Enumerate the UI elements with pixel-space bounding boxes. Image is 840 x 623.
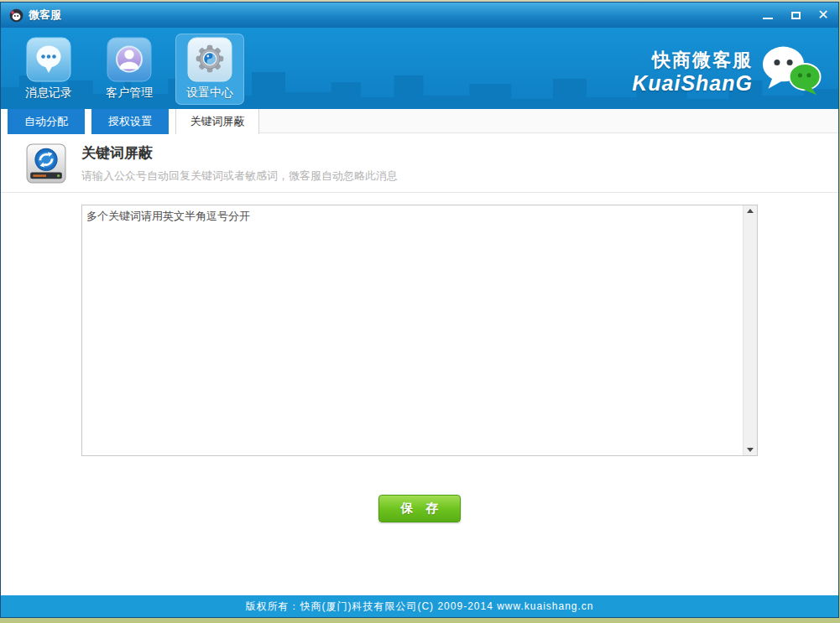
nav-label-settings-center: 设置中心 [175, 86, 244, 101]
settings-gear-icon [187, 37, 232, 82]
footer-copyright: 版权所有：快商(厦门)科技有限公司(C) 2009-2014 www.kuais… [1, 595, 838, 617]
scroll-down-icon[interactable] [747, 448, 754, 452]
window-controls: ✕ [761, 8, 830, 22]
maximize-button[interactable] [789, 8, 802, 22]
titlebar: 微客服 ✕ [1, 3, 838, 28]
close-button[interactable]: ✕ [817, 8, 830, 22]
wechat-bubbles-icon [761, 44, 822, 96]
tab-keyword-block[interactable]: 关键词屏蔽 [175, 109, 259, 134]
maximize-icon [791, 12, 801, 19]
tab-auto-assign[interactable]: 自动分配 [8, 109, 85, 134]
settings-tabs: 自动分配 授权设置 关键词屏蔽 [1, 109, 838, 134]
section-title: 关键词屏蔽 [81, 143, 398, 163]
window-title: 微客服 [29, 8, 61, 23]
brand-name-en: KuaiShanG [632, 73, 753, 94]
tab-row-filler [259, 109, 838, 133]
disk-sync-icon [26, 143, 66, 184]
chat-bubble-icon [26, 37, 71, 82]
nav-item-customer-management[interactable]: 客户管理 [95, 34, 164, 105]
section-text: 关键词屏蔽 请输入公众号自动回复关键词或者敏感词，微客服自动忽略此消息 [81, 143, 398, 184]
close-icon: ✕ [817, 8, 828, 22]
section-subtitle: 请输入公众号自动回复关键词或者敏感词，微客服自动忽略此消息 [81, 169, 398, 184]
header-band: 消息记录 客户管理 [1, 28, 838, 109]
brand-text: 快商微客服 KuaiShanG [632, 48, 753, 94]
keywords-textarea[interactable]: 多个关键词请用英文半角逗号分开 [82, 205, 743, 455]
tab-authorization[interactable]: 授权设置 [91, 109, 169, 134]
section-header: 关键词屏蔽 请输入公众号自动回复关键词或者敏感词，微客服自动忽略此消息 [1, 134, 838, 193]
app-window: 微客服 ✕ [0, 2, 839, 618]
app-mascot-icon [9, 8, 23, 23]
minimize-button[interactable] [761, 8, 775, 22]
brand: 快商微客服 KuaiShanG [632, 44, 822, 96]
minimize-icon [763, 18, 773, 19]
scroll-up-icon[interactable] [747, 209, 754, 213]
textarea-scrollbar[interactable] [743, 205, 757, 455]
nav-label-customer-management: 客户管理 [95, 86, 164, 101]
save-button[interactable]: 保 存 [378, 495, 461, 522]
content-area: 多个关键词请用英文半角逗号分开 保 存 [1, 205, 838, 522]
nav-label-message-records: 消息记录 [14, 86, 83, 101]
customer-avatar-icon [107, 37, 152, 82]
nav-item-message-records[interactable]: 消息记录 [14, 34, 83, 105]
brand-name-cn: 快商微客服 [632, 48, 753, 73]
keywords-field-frame: 多个关键词请用英文半角逗号分开 [81, 205, 758, 456]
nav-item-settings-center[interactable]: 设置中心 [175, 34, 244, 105]
